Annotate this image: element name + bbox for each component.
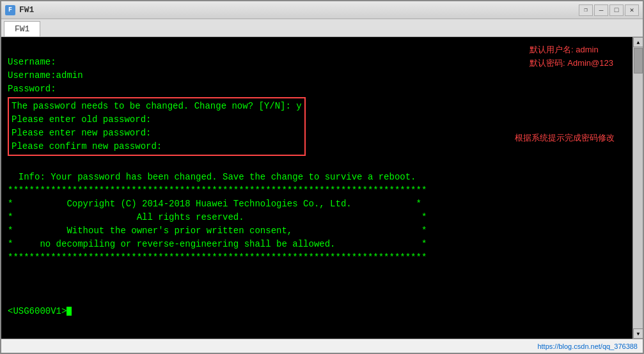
status-bar: https://blog.csdn.net/qq_376388 bbox=[1, 339, 643, 353]
annotation-change-password: 根据系统提示完成密码修改 bbox=[515, 132, 615, 145]
blank-line-4 bbox=[8, 278, 626, 291]
maximize-button[interactable]: □ bbox=[609, 4, 624, 16]
change-prompt: The password needs to be changed. Change… bbox=[12, 100, 302, 113]
stars-line-1: ****************************************… bbox=[8, 184, 626, 197]
terminal[interactable]: 默认用户名: admin 默认密码: Admin@123 Username: U… bbox=[1, 37, 632, 339]
blank-line-5 bbox=[8, 291, 626, 305]
confirm-password-prompt: Please confirm new password: bbox=[12, 140, 302, 153]
minimize-button[interactable]: — bbox=[594, 4, 608, 16]
restore-button[interactable]: ❐ bbox=[579, 4, 593, 16]
command-prompt: <USG6000V1> bbox=[8, 305, 626, 318]
blank-line-2 bbox=[8, 157, 626, 171]
main-area: 默认用户名: admin 默认密码: Admin@123 Username: U… bbox=[1, 37, 643, 339]
tab-fw1[interactable]: FW1 bbox=[4, 21, 40, 36]
annotation-default-credentials: 默认用户名: admin 默认密码: Admin@123 bbox=[530, 43, 613, 70]
blank-line-3 bbox=[8, 265, 626, 278]
status-link: https://blog.csdn.net/qq_376388 bbox=[537, 342, 638, 350]
close-button[interactable]: ✕ bbox=[625, 4, 639, 16]
scroll-up-button[interactable]: ▲ bbox=[633, 37, 643, 47]
username-entered: Username:admin bbox=[8, 69, 626, 82]
stars-line-2: ****************************************… bbox=[8, 251, 626, 265]
window-title: FW1 bbox=[19, 5, 34, 15]
tab-bar: FW1 bbox=[1, 19, 643, 37]
new-password-prompt: Please enter new password: bbox=[12, 127, 302, 140]
scroll-down-button[interactable]: ▼ bbox=[633, 328, 643, 339]
window-controls: ❐ — □ ✕ bbox=[579, 4, 639, 16]
info-line: Info: Your password has been changed. Sa… bbox=[8, 171, 626, 184]
consent-line: * Without the owner's prior written cons… bbox=[8, 224, 626, 238]
password-prompt: Password: bbox=[8, 82, 626, 96]
annotation-username: 默认用户名: admin bbox=[530, 43, 613, 57]
rights-line: * All rights reserved. * bbox=[8, 211, 626, 224]
password-change-block: The password needs to be changed. Change… bbox=[8, 97, 306, 156]
cursor bbox=[67, 307, 72, 316]
annotation-password: 默认密码: Admin@123 bbox=[530, 57, 613, 70]
title-bar-left: F FW1 bbox=[5, 5, 34, 15]
title-bar: F FW1 ❐ — □ ✕ bbox=[1, 1, 643, 19]
scrollbar-track[interactable] bbox=[633, 47, 643, 328]
old-password-prompt: Please enter old password: bbox=[12, 113, 302, 127]
scrollbar[interactable]: ▲ ▼ bbox=[632, 37, 643, 339]
decompile-line: * no decompiling or reverse-engineering … bbox=[8, 238, 626, 251]
app-icon: F bbox=[5, 5, 15, 15]
scrollbar-thumb[interactable] bbox=[634, 48, 643, 73]
copyright-line: * Copyright (C) 2014-2018 Huawei Technol… bbox=[8, 197, 626, 211]
main-window: F FW1 ❐ — □ ✕ FW1 默认用户名: admin 默认密码: Adm… bbox=[0, 0, 644, 354]
